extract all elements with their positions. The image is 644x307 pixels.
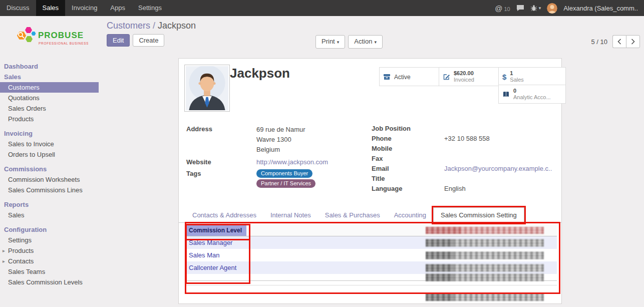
invoiced-label: Invoiced — [454, 77, 474, 83]
sidebar-item-config-contacts[interactable]: ▸Contacts — [0, 256, 99, 266]
breadcrumb-current: Jackpson — [158, 21, 196, 31]
sidebar-item-products[interactable]: Products — [0, 114, 99, 124]
sidebar-item-sales-commissions-lines[interactable]: Sales Commissions Lines — [0, 185, 99, 195]
fax-field: Fax — [372, 154, 556, 163]
book-icon — [502, 91, 510, 98]
tab-sales-commission-setting[interactable]: Sales Commission Setting — [433, 207, 524, 223]
sidebar-heading-invoicing[interactable]: Invoicing — [0, 128, 99, 139]
email-link[interactable]: Jackpson@yourcompany.example.c.. — [444, 165, 552, 172]
sidebar-heading-dashboard[interactable]: Dashboard — [0, 61, 99, 72]
title-field: Title — [372, 174, 556, 183]
app-menu-discuss[interactable]: Discuss — [0, 0, 36, 16]
commission-table: Commission Level Sales Manager Sales Man… — [186, 225, 557, 281]
address-street[interactable]: 69 rue de Namur — [256, 125, 305, 135]
print-dropdown-button[interactable]: Print▾ — [315, 35, 345, 49]
job-position-label: Job Position — [372, 124, 444, 133]
tag-partner-it-services[interactable]: Partner / IT Services — [256, 179, 315, 188]
sidebar-item-quotations[interactable]: Quotations — [0, 93, 99, 103]
debug-bug-menu[interactable]: ▾ — [530, 5, 541, 12]
email-label: Email — [372, 164, 444, 173]
caret-down-icon: ▾ — [337, 40, 340, 45]
sidebar-item-customers[interactable]: Customers — [0, 82, 99, 93]
partner-name: Jackpson — [230, 66, 290, 81]
tab-contacts-addresses[interactable]: Contacts & Addresses — [185, 208, 263, 222]
expand-caret-icon[interactable]: ▸ — [3, 247, 5, 254]
commission-level-cell[interactable]: Sales Manager — [186, 239, 246, 246]
table-row-sales-manager[interactable]: Sales Manager — [186, 236, 557, 249]
table-row-sales-man[interactable]: Sales Man — [186, 249, 557, 261]
sidebar-heading-reports[interactable]: Reports — [0, 199, 99, 210]
mentions-counter[interactable]: @ 10 — [495, 4, 510, 13]
website-link[interactable]: http://www.jackpson.com — [256, 158, 328, 166]
app-menu-invoicing[interactable]: Invoicing — [65, 0, 104, 16]
partner-form-sheet: Jackpson Active $620.00 Invoiced — [178, 58, 562, 304]
email-field: Email Jackpson@yourcompany.example.c.. — [372, 164, 556, 173]
record-pager: 5 / 10 — [591, 35, 640, 48]
pager-nav — [612, 35, 640, 48]
address-label: Address — [186, 125, 256, 155]
tag-components-buyer[interactable]: Components Buyer — [256, 169, 312, 178]
mention-count: 10 — [504, 6, 510, 12]
stat-button-box: Active $620.00 Invoiced $ 1 Sales — [379, 67, 558, 103]
sidebar-item-label: Contacts — [8, 257, 34, 265]
phone-value[interactable]: +32 10 588 558 — [444, 134, 490, 143]
sidebar-item-config-products[interactable]: ▸Products — [0, 245, 99, 256]
action-dropdown-button[interactable]: Action▾ — [348, 35, 383, 49]
app-menu-apps[interactable]: Apps — [104, 0, 132, 16]
sidebar-item-sales-report[interactable]: Sales — [0, 210, 99, 220]
caret-down-icon: ▾ — [374, 40, 377, 45]
tab-sales-purchases[interactable]: Sales & Purchases — [318, 208, 387, 222]
sidebar-item-commission-worksheets[interactable]: Commission Worksheets — [0, 174, 99, 185]
edit-button[interactable]: Edit — [107, 34, 130, 47]
table-row-callcenter-agent[interactable]: Callcenter Agent — [186, 261, 557, 274]
partner-avatar[interactable] — [184, 65, 230, 112]
pager-next-button[interactable] — [626, 35, 640, 48]
sidebar-menu: Dashboard Sales Customers Quotations Sal… — [0, 61, 99, 287]
commission-level-cell[interactable]: Callcenter Agent — [186, 264, 246, 271]
left-field-column: Address 69 rue de Namur Wavre 1300 Belgi… — [186, 125, 362, 189]
fax-label: Fax — [372, 154, 444, 163]
logo-subtitle: PROFESSIONAL BUSINESS — [39, 42, 88, 45]
address-city[interactable]: Wavre 1300 — [256, 135, 305, 145]
analytic-count: 0 — [513, 88, 551, 94]
invoiced-stat-button[interactable]: $620.00 Invoiced — [439, 67, 507, 86]
commission-table-header-row: Commission Level — [186, 225, 557, 236]
commission-level-cell[interactable]: Sales Man — [186, 251, 246, 259]
website-label: Website — [186, 158, 256, 166]
probuse-logo: PROBUSE PROFESSIONAL BUSINESS — [0, 16, 99, 61]
app-menu-settings[interactable]: Settings — [132, 0, 168, 16]
tab-accounting[interactable]: Accounting — [387, 208, 433, 222]
pager-previous-button[interactable] — [612, 35, 626, 48]
sidebar-item-sales-commission-levels[interactable]: Sales Commission Levels — [0, 277, 99, 287]
create-button[interactable]: Create — [133, 34, 164, 47]
sidebar-item-sales-orders[interactable]: Sales Orders — [0, 103, 99, 114]
odoo-screen: Discuss Sales Invoicing Apps Settings @ … — [0, 0, 644, 307]
sidebar-item-settings[interactable]: Settings — [0, 235, 99, 245]
job-position-field: Job Position — [372, 124, 556, 133]
analytic-accounts-stat-button[interactable]: 0 Analytic Acco... — [498, 85, 566, 104]
sidebar-heading-configuration[interactable]: Configuration — [0, 224, 99, 235]
chevron-right-icon — [631, 39, 635, 45]
expand-caret-icon[interactable]: ▸ — [3, 257, 5, 265]
sales-stat-button[interactable]: $ 1 Sales — [498, 67, 566, 86]
sidebar-heading-sales[interactable]: Sales — [0, 72, 99, 82]
title-label: Title — [372, 174, 444, 183]
bug-icon — [530, 5, 537, 12]
sidebar-item-sales-to-invoice[interactable]: Sales to Invoice — [0, 139, 99, 149]
active-stat-button[interactable]: Active — [379, 67, 447, 86]
website-field: Website http://www.jackpson.com — [186, 158, 362, 166]
app-menu-sales[interactable]: Sales — [36, 0, 66, 16]
user-menu[interactable]: Alexandra (Sales_comm.. — [563, 5, 638, 12]
address-country[interactable]: Belgium — [256, 145, 305, 155]
top-navigation-bar: Discuss Sales Invoicing Apps Settings @ … — [0, 0, 644, 16]
chat-bubble-icon[interactable] — [516, 5, 524, 12]
commission-level-column-header[interactable]: Commission Level — [186, 225, 246, 236]
sidebar-item-sales-teams[interactable]: Sales Teams — [0, 266, 99, 277]
tab-internal-notes[interactable]: Internal Notes — [263, 208, 318, 222]
breadcrumb-customers-link[interactable]: Customers — [107, 21, 150, 31]
sidebar-item-orders-to-upsell[interactable]: Orders to Upsell — [0, 149, 99, 160]
user-avatar[interactable] — [547, 3, 557, 14]
language-value[interactable]: English — [444, 184, 466, 193]
sidebar: PROBUSE PROFESSIONAL BUSINESS Dashboard … — [0, 16, 99, 307]
sidebar-heading-commissions[interactable]: Commissions — [0, 164, 99, 174]
